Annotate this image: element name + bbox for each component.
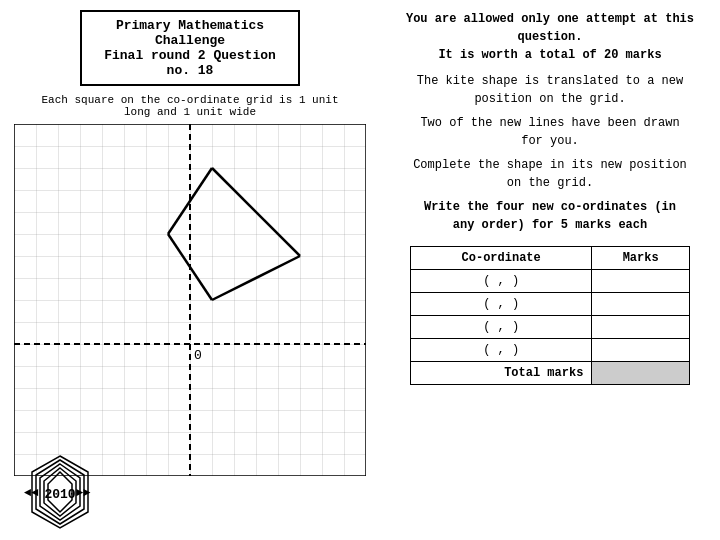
coord-cell-3[interactable]: ( , ) xyxy=(411,339,592,362)
logo-area: ◄◄ ►► 2010 xyxy=(20,452,100,532)
marks-cell-1 xyxy=(592,293,690,316)
left-panel: Primary Mathematics Challenge Final roun… xyxy=(0,0,380,540)
svg-text:0: 0 xyxy=(194,348,202,363)
total-marks-value xyxy=(592,362,690,385)
svg-text:►►: ►► xyxy=(76,486,91,500)
svg-text:◄◄: ◄◄ xyxy=(24,486,38,500)
coord-cell-2[interactable]: ( , ) xyxy=(411,316,592,339)
desc-write-coords: Write the four new co-ordinates (in any … xyxy=(395,198,705,234)
col-header-marks: Marks xyxy=(592,247,690,270)
table-row: ( , ) xyxy=(411,339,690,362)
attempt-notice: You are allowed only one attempt at this… xyxy=(395,10,705,64)
desc-complete: Complete the shape in its new position o… xyxy=(395,156,705,192)
coordinate-grid: 0 xyxy=(14,124,366,476)
desc-translation: The kite shape is translated to a new po… xyxy=(395,72,705,108)
coord-cell-1[interactable]: ( , ) xyxy=(411,293,592,316)
total-label: Total marks xyxy=(411,362,592,385)
total-row: Total marks xyxy=(411,362,690,385)
svg-text:2010: 2010 xyxy=(44,487,75,502)
coordinates-table-area: Co-ordinate Marks ( , ) ( , ) ( , ) ( , … xyxy=(395,246,705,385)
grid-description: Each square on the co-ordinate grid is 1… xyxy=(10,94,370,118)
right-panel: You are allowed only one attempt at this… xyxy=(380,0,720,540)
table-row: ( , ) xyxy=(411,316,690,339)
coordinates-table: Co-ordinate Marks ( , ) ( , ) ( , ) ( , … xyxy=(410,246,690,385)
marks-cell-0 xyxy=(592,270,690,293)
marks-cell-2 xyxy=(592,316,690,339)
table-row: ( , ) xyxy=(411,293,690,316)
col-header-coordinate: Co-ordinate xyxy=(411,247,592,270)
title-box: Primary Mathematics Challenge Final roun… xyxy=(80,10,300,86)
title-line1: Primary Mathematics Challenge xyxy=(90,18,290,48)
title-line2: Final round 2 Question no. 18 xyxy=(90,48,290,78)
coord-cell-0[interactable]: ( , ) xyxy=(411,270,592,293)
table-header-row: Co-ordinate Marks xyxy=(411,247,690,270)
desc-lines-drawn: Two of the new lines have been drawn for… xyxy=(395,114,705,150)
table-row: ( , ) xyxy=(411,270,690,293)
marks-cell-3 xyxy=(592,339,690,362)
